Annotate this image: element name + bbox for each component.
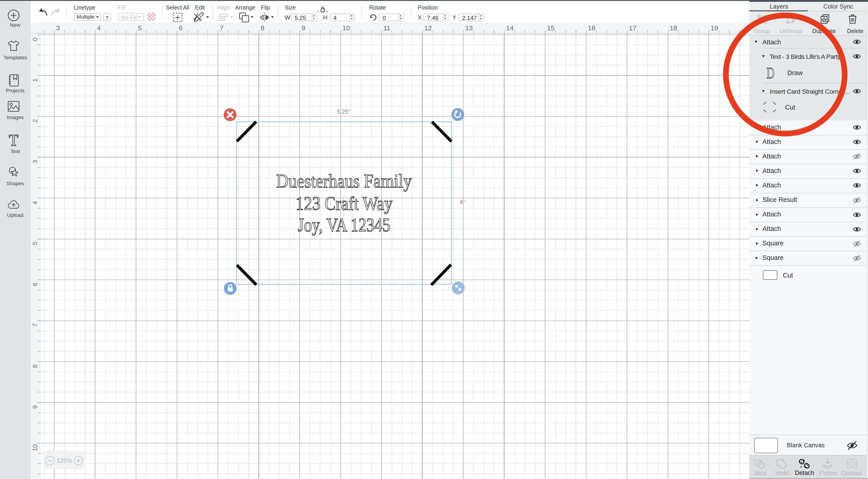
svg-text:125%: 125% (56, 457, 72, 464)
svg-text:Duesterhaus Family: Duesterhaus Family (276, 170, 412, 192)
svg-text:123 Craft Way: 123 Craft Way (296, 193, 393, 214)
svg-text:Joy, VA 12345: Joy, VA 12345 (298, 214, 390, 235)
